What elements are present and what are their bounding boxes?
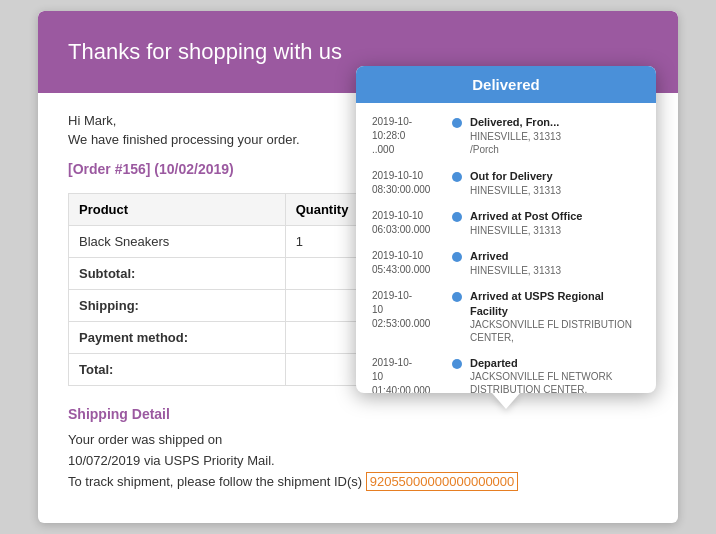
tracking-entry: 2019-10-1008:30:00.000 Out for Delivery …	[372, 169, 640, 197]
tracking-time: 2019-10-1006:03:00.000	[372, 209, 444, 237]
tracking-info: Arrived HINESVILLE, 31313	[470, 249, 640, 276]
popup-body: 2019-10-10:28:0..000 Delivered, Fron... …	[356, 103, 656, 393]
shipping-line2: 10/072/2019 via USPS Priority Mail.	[68, 453, 275, 468]
tracking-dot	[452, 172, 462, 182]
tracking-dot	[452, 359, 462, 369]
tracking-status: Out for Delivery	[470, 169, 640, 183]
tracking-location: JACKSONVILLE FL NETWORK DISTRIBUTION CEN…	[470, 370, 640, 393]
shipping-text: Your order was shipped on 10/072/2019 vi…	[68, 430, 648, 492]
tracking-dot	[452, 118, 462, 128]
tracking-info: Out for Delivery HINESVILLE, 31313	[470, 169, 640, 196]
tracking-location: HINESVILLE, 31313/Porch	[470, 130, 640, 156]
dot-col	[452, 209, 462, 222]
shipping-line1: Your order was shipped on	[68, 432, 222, 447]
tracking-info: Departed JACKSONVILLE FL NETWORK DISTRIB…	[470, 356, 640, 393]
tracking-info: Delivered, Fron... HINESVILLE, 31313/Por…	[470, 115, 640, 155]
popup-tail	[492, 393, 520, 409]
tracking-dot	[452, 252, 462, 262]
tracking-entry: 2019-10-10:28:0..000 Delivered, Fron... …	[372, 115, 640, 157]
tracking-popup: Delivered 2019-10-10:28:0..000 Delivered…	[356, 66, 656, 393]
tracking-status: Delivered, Fron...	[470, 115, 640, 129]
email-container: Thanks for shopping with us Hi Mark, We …	[38, 11, 678, 522]
tracking-status: Arrived at Post Office	[470, 209, 640, 223]
subtotal-label: Subtotal:	[69, 258, 286, 290]
tracking-entry: 2019-10-1001:40:00.000 Departed JACKSONV…	[372, 356, 640, 393]
tracking-status: Departed	[470, 356, 640, 370]
col-product: Product	[69, 194, 286, 226]
payment-label: Payment method:	[69, 322, 286, 354]
tracking-entry: 2019-10-1005:43:00.000 Arrived HINESVILL…	[372, 249, 640, 277]
dot-col	[452, 356, 462, 369]
dot-col	[452, 249, 462, 262]
tracking-info: Arrived at USPS Regional Facility JACKSO…	[470, 289, 640, 344]
dot-col	[452, 289, 462, 302]
tracking-location: HINESVILLE, 31313	[470, 184, 640, 197]
tracking-time: 2019-10-10:28:0..000	[372, 115, 444, 157]
tracking-location: HINESVILLE, 31313	[470, 224, 640, 237]
tracking-time: 2019-10-1002:53:00.000	[372, 289, 444, 331]
tracking-time: 2019-10-1005:43:00.000	[372, 249, 444, 277]
shipping-label: Shipping:	[69, 290, 286, 322]
tracking-location: JACKSONVILLE FL DISTRIBUTION CENTER,	[470, 318, 640, 344]
tracking-entry: 2019-10-1002:53:00.000 Arrived at USPS R…	[372, 289, 640, 344]
tracking-dot	[452, 212, 462, 222]
tracking-id-link[interactable]: 92055000000000000000	[366, 472, 519, 491]
shipping-detail-title: Shipping Detail	[68, 406, 648, 422]
tracking-status: Arrived at USPS Regional Facility	[470, 289, 640, 318]
tracking-location: HINESVILLE, 31313	[470, 264, 640, 277]
popup-header: Delivered	[356, 66, 656, 103]
total-label: Total:	[69, 354, 286, 386]
tracking-status: Arrived	[470, 249, 640, 263]
header-title: Thanks for shopping with us	[68, 39, 648, 65]
dot-col	[452, 115, 462, 128]
tracking-info: Arrived at Post Office HINESVILLE, 31313	[470, 209, 640, 236]
product-name: Black Sneakers	[69, 226, 286, 258]
dot-col	[452, 169, 462, 182]
tracking-dot	[452, 292, 462, 302]
shipping-detail: Shipping Detail Your order was shipped o…	[68, 406, 648, 492]
tracking-entry: 2019-10-1006:03:00.000 Arrived at Post O…	[372, 209, 640, 237]
tracking-time: 2019-10-1001:40:00.000	[372, 356, 444, 393]
tracking-time: 2019-10-1008:30:00.000	[372, 169, 444, 197]
shipping-line3-prefix: To track shipment, please follow the shi…	[68, 474, 362, 489]
